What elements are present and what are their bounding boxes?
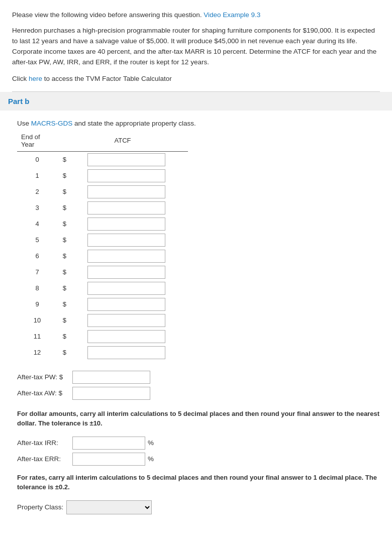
after-tax-err-label: After-tax ERR: bbox=[17, 455, 72, 463]
click-text: Click bbox=[12, 75, 27, 82]
property-class-select[interactable]: 3-year5-year7-year10-year15-year20-year bbox=[66, 500, 152, 514]
intro-paragraph: Please view the following video before a… bbox=[12, 10, 380, 21]
year-cell: 12 bbox=[17, 345, 57, 361]
atcf-input-cell[interactable] bbox=[67, 168, 188, 184]
atcf-input-cell[interactable] bbox=[67, 345, 188, 361]
after-tax-err-row: After-tax ERR: % bbox=[17, 453, 380, 466]
atcf-year-input[interactable] bbox=[87, 314, 165, 327]
after-tax-aw-input[interactable] bbox=[72, 387, 150, 400]
after-tax-irr-row: After-tax IRR: % bbox=[17, 437, 380, 450]
year-cell: 4 bbox=[17, 216, 57, 232]
after-tax-aw-row: After-tax AW: $ bbox=[17, 387, 380, 400]
after-tax-pw-label: After-tax PW: $ bbox=[17, 373, 72, 381]
table-row: 1 $ bbox=[17, 168, 188, 184]
dollar-sign-cell: $ bbox=[57, 296, 67, 312]
atcf-input-cell[interactable] bbox=[67, 184, 188, 200]
problem-statement: Henredon purchases a high-precision prog… bbox=[12, 26, 380, 68]
dollar-sign-cell: $ bbox=[57, 345, 67, 361]
instructions-suffix: and state the appropriate property class… bbox=[74, 120, 196, 127]
after-tax-pw-input[interactable] bbox=[72, 371, 150, 384]
year-cell: 2 bbox=[17, 184, 57, 200]
after-tax-pw-aw-section: After-tax PW: $ After-tax AW: $ bbox=[17, 371, 380, 400]
rate-note: For rates, carry all interim calculation… bbox=[17, 473, 380, 492]
table-row: 0 $ bbox=[17, 151, 188, 168]
property-class-label: Property Class: bbox=[17, 503, 63, 511]
year-cell: 6 bbox=[17, 248, 57, 264]
table-row: 11 $ bbox=[17, 329, 188, 345]
atcf-year-input[interactable] bbox=[87, 282, 165, 295]
err-percent: % bbox=[148, 455, 154, 463]
dollar-sign-cell: $ bbox=[57, 248, 67, 264]
table-row: 6 $ bbox=[17, 248, 188, 264]
instructions-prefix: Use bbox=[17, 120, 29, 127]
atcf-year-input[interactable] bbox=[87, 234, 165, 247]
part-b-title: Part b bbox=[8, 97, 30, 105]
dollar-sign-cell: $ bbox=[57, 184, 67, 200]
table-row: 5 $ bbox=[17, 232, 188, 248]
year-cell: 11 bbox=[17, 329, 57, 345]
atcf-year-input[interactable] bbox=[87, 330, 165, 343]
atcf-year-input[interactable] bbox=[87, 298, 165, 311]
year-cell: 7 bbox=[17, 264, 57, 280]
video-example-link[interactable]: Video Example 9.3 bbox=[204, 11, 260, 19]
atcf-table-container: End of Year ATCF 0 $ 1 $ 2 $ 3 $ bbox=[17, 132, 380, 361]
year-cell: 1 bbox=[17, 168, 57, 184]
dollar-note: For dollar amounts, carry all interim ca… bbox=[17, 409, 380, 428]
table-row: 4 $ bbox=[17, 216, 188, 232]
atcf-year-input[interactable] bbox=[87, 218, 165, 231]
atcf-input-cell[interactable] bbox=[67, 329, 188, 345]
col-header-eoy: End of Year bbox=[17, 132, 57, 152]
intro-text-before-link: Please view the following video before a… bbox=[12, 11, 202, 19]
table-row: 2 $ bbox=[17, 184, 188, 200]
year-cell: 8 bbox=[17, 280, 57, 296]
tvm-paragraph: Click here to access the TVM Factor Tabl… bbox=[12, 75, 380, 82]
macrs-gds-link[interactable]: MACRS-GDS bbox=[31, 120, 73, 127]
atcf-year-input[interactable] bbox=[87, 153, 165, 166]
table-row: 12 $ bbox=[17, 345, 188, 361]
atcf-input-cell[interactable] bbox=[67, 151, 188, 168]
year-cell: 10 bbox=[17, 312, 57, 329]
year-cell: 3 bbox=[17, 200, 57, 216]
dollar-sign-cell: $ bbox=[57, 151, 67, 168]
atcf-year-input[interactable] bbox=[87, 201, 165, 214]
after-tax-aw-label: After-tax AW: $ bbox=[17, 389, 72, 397]
atcf-input-cell[interactable] bbox=[67, 232, 188, 248]
dollar-sign-cell: $ bbox=[57, 168, 67, 184]
table-row: 8 $ bbox=[17, 280, 188, 296]
table-row: 10 $ bbox=[17, 312, 188, 329]
instructions-paragraph: Use MACRS-GDS and state the appropriate … bbox=[17, 120, 380, 127]
atcf-input-cell[interactable] bbox=[67, 296, 188, 312]
atcf-input-cell[interactable] bbox=[67, 312, 188, 329]
atcf-year-input[interactable] bbox=[87, 346, 165, 359]
atcf-year-input[interactable] bbox=[87, 185, 165, 198]
after-tax-pw-row: After-tax PW: $ bbox=[17, 371, 380, 384]
tvm-suffix-text: to access the TVM Factor Table Calculato… bbox=[44, 75, 172, 82]
atcf-year-input[interactable] bbox=[87, 169, 165, 182]
year-cell: 0 bbox=[17, 151, 57, 168]
dollar-sign-cell: $ bbox=[57, 216, 67, 232]
part-b-header: Part b bbox=[0, 92, 392, 111]
atcf-year-input[interactable] bbox=[87, 250, 165, 263]
irr-percent: % bbox=[148, 439, 154, 447]
year-cell: 9 bbox=[17, 296, 57, 312]
dollar-sign-cell: $ bbox=[57, 312, 67, 329]
atcf-input-cell[interactable] bbox=[67, 264, 188, 280]
after-tax-irr-input[interactable] bbox=[72, 437, 145, 450]
dollar-sign-cell: $ bbox=[57, 264, 67, 280]
atcf-input-cell[interactable] bbox=[67, 216, 188, 232]
dollar-sign-cell: $ bbox=[57, 232, 67, 248]
here-link[interactable]: here bbox=[29, 75, 42, 82]
atcf-input-cell[interactable] bbox=[67, 248, 188, 264]
year-cell: 5 bbox=[17, 232, 57, 248]
atcf-input-cell[interactable] bbox=[67, 280, 188, 296]
property-class-section: Property Class: 3-year5-year7-year10-yea… bbox=[17, 500, 380, 514]
atcf-table: End of Year ATCF 0 $ 1 $ 2 $ 3 $ bbox=[17, 132, 188, 361]
table-row: 3 $ bbox=[17, 200, 188, 216]
atcf-input-cell[interactable] bbox=[67, 200, 188, 216]
after-tax-err-input[interactable] bbox=[72, 453, 145, 466]
table-row: 7 $ bbox=[17, 264, 188, 280]
table-row: 9 $ bbox=[17, 296, 188, 312]
atcf-year-input[interactable] bbox=[87, 266, 165, 279]
irr-err-section: After-tax IRR: % After-tax ERR: % bbox=[17, 437, 380, 466]
after-tax-irr-label: After-tax IRR: bbox=[17, 439, 72, 447]
